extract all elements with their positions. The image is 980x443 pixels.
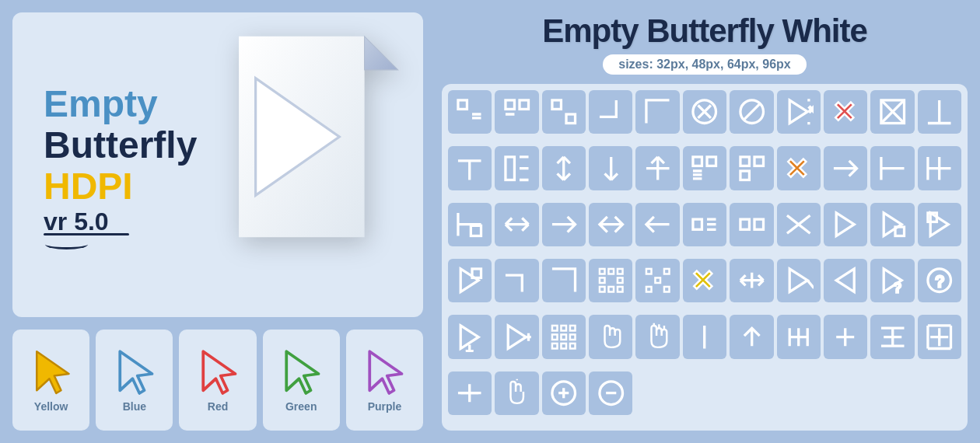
icon-cell [870, 315, 914, 358]
icon-cell [824, 203, 867, 246]
svg-rect-96 [599, 287, 604, 292]
icon-cell [824, 146, 867, 190]
icon-cell [635, 315, 679, 358]
icon-cell [870, 203, 914, 246]
main-title-white: Empty Butterfly [542, 12, 782, 49]
icon-cell [589, 259, 632, 302]
svg-rect-132 [570, 334, 576, 340]
svg-rect-131 [562, 334, 567, 340]
svg-rect-134 [562, 344, 567, 349]
icon-cell [730, 203, 773, 246]
svg-rect-91 [599, 269, 604, 274]
svg-rect-56 [754, 157, 764, 166]
icon-cell: ✕ [824, 90, 867, 134]
icon-cell: ✕ [777, 146, 821, 190]
right-header: Empty Butterfly White sizes: 32px, 48px,… [442, 12, 968, 75]
icon-cell [448, 146, 492, 190]
svg-rect-133 [552, 344, 558, 349]
icon-cell [542, 203, 586, 246]
version-container: vr 5.0 [44, 208, 197, 246]
icon-cell [918, 203, 961, 246]
svg-rect-94 [599, 278, 604, 284]
main-title: Empty Butterfly White [542, 12, 867, 50]
icon-cell [635, 90, 679, 134]
main-card-text: Empty Butterfly HDPI vr 5.0 [44, 84, 197, 245]
svg-text:?: ? [936, 273, 944, 290]
color-variants-row: Yellow Blue Red Green [12, 330, 423, 431]
icon-cell [542, 259, 586, 302]
svg-rect-103 [655, 278, 660, 284]
icon-cell [635, 146, 679, 190]
svg-rect-102 [664, 287, 670, 292]
purple-cursor-icon [365, 347, 404, 394]
svg-rect-15 [552, 100, 562, 110]
svg-marker-5 [120, 351, 152, 393]
icon-cell [495, 259, 538, 302]
icon-cell [448, 315, 492, 358]
svg-rect-127 [552, 326, 558, 331]
svg-marker-22 [789, 100, 807, 124]
icon-cell [448, 90, 492, 134]
color-card-green: Green [263, 330, 340, 431]
icon-cell [448, 371, 492, 415]
green-cursor-icon [282, 347, 320, 394]
svg-rect-76 [693, 219, 702, 229]
icon-cell [495, 146, 538, 190]
svg-rect-16 [566, 114, 576, 124]
svg-marker-124 [508, 326, 526, 349]
svg-marker-112 [789, 269, 807, 292]
left-panel: Empty Butterfly HDPI vr 5.0 [0, 0, 436, 443]
svg-rect-128 [562, 326, 567, 331]
svg-text:✕: ✕ [833, 96, 856, 127]
svg-rect-100 [664, 269, 670, 274]
svg-line-113 [807, 281, 814, 288]
svg-rect-97 [608, 287, 614, 292]
svg-marker-4 [37, 351, 68, 393]
right-panel: Empty Butterfly White sizes: 32px, 48px,… [436, 0, 980, 443]
icon-cell [683, 146, 726, 190]
icon-cell [589, 90, 632, 134]
svg-rect-50 [693, 157, 702, 166]
svg-rect-57 [740, 171, 750, 180]
icon-cell [589, 146, 632, 190]
icon-grid: × ✕ [448, 90, 961, 424]
icon-cell [589, 315, 632, 358]
svg-rect-65 [471, 225, 481, 235]
svg-rect-81 [754, 219, 764, 229]
icon-cell [495, 203, 538, 246]
svg-marker-89 [461, 269, 479, 292]
title-butterfly: Butterfly [44, 125, 197, 166]
svg-rect-13 [520, 100, 529, 110]
svg-rect-93 [617, 269, 622, 274]
svg-rect-98 [617, 287, 622, 292]
icon-cell [495, 371, 538, 415]
icon-cell [683, 90, 726, 134]
icon-cell: ✕ [683, 259, 726, 302]
icon-cell [635, 259, 679, 302]
svg-marker-84 [837, 213, 855, 236]
icon-cell [683, 203, 726, 246]
icon-cell [870, 90, 914, 134]
icon-cell [730, 146, 773, 190]
svg-line-21 [744, 104, 759, 120]
green-label: Green [285, 400, 317, 413]
title-hdpi: HDPI [44, 166, 197, 208]
icon-cell: ? [870, 259, 914, 302]
svg-rect-9 [458, 100, 467, 110]
svg-marker-7 [286, 351, 318, 393]
svg-rect-101 [646, 287, 652, 292]
svg-rect-55 [740, 157, 750, 166]
svg-rect-99 [646, 269, 652, 274]
red-cursor-icon [198, 347, 237, 394]
icon-cell [448, 203, 492, 246]
svg-text:?: ? [894, 281, 901, 295]
svg-text:✕: ✕ [691, 265, 714, 295]
purple-label: Purple [368, 400, 402, 413]
sizes-badge: sizes: 32px, 48px, 64px, 96px [603, 54, 806, 75]
svg-marker-6 [203, 351, 235, 393]
svg-marker-87 [930, 213, 948, 236]
version-text: vr 5.0 [44, 208, 197, 236]
icon-cell: × [777, 90, 821, 134]
main-card: Empty Butterfly HDPI vr 5.0 [12, 12, 423, 317]
color-card-red: Red [179, 330, 256, 431]
